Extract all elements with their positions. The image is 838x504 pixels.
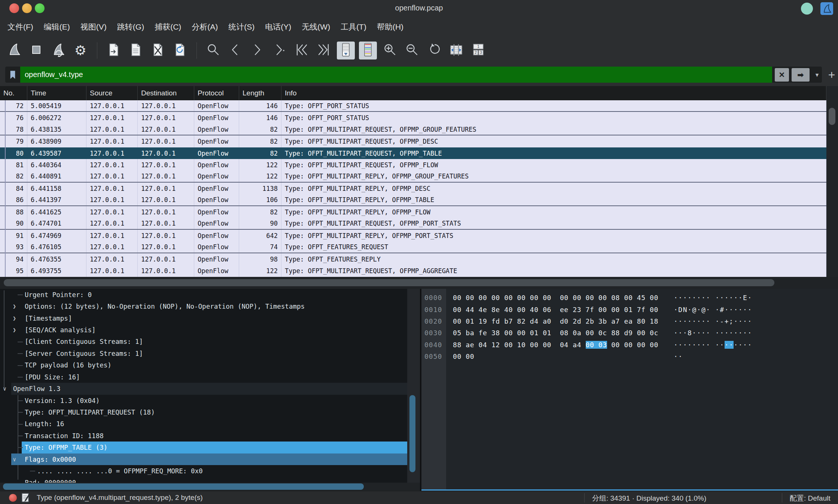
packet-row[interactable]: 946.476355127.0.0.1127.0.0.1OpenFlow98Ty…	[0, 253, 826, 265]
packet-row[interactable]: 806.439587127.0.0.1127.0.0.1OpenFlow82Ty…	[0, 147, 826, 159]
column-header-length[interactable]: Length	[239, 86, 281, 100]
hex-bytes[interactable]: 00 00	[453, 352, 474, 360]
column-header-protocol[interactable]: Protocol	[194, 86, 239, 100]
packet-row[interactable]: 826.440891127.0.0.1127.0.0.1OpenFlow122T…	[0, 171, 826, 183]
start-capture-button[interactable]	[5, 42, 23, 59]
layout-123-button[interactable]: 123	[469, 42, 487, 59]
hex-ascii[interactable]: ··	[674, 352, 683, 360]
filter-input-area[interactable]: openflow_v4.type	[20, 67, 772, 83]
packet-list-horizontal-scrollbar-thumb[interactable]	[4, 279, 774, 286]
packet-row[interactable]: 766.006272127.0.0.1127.0.0.1OpenFlow146T…	[0, 112, 826, 123]
detail-tree-row[interactable]: [Client Contiguous Streams: 1]	[0, 336, 420, 348]
go-to-packet-button[interactable]	[271, 42, 289, 59]
column-header-info[interactable]: Info	[281, 86, 826, 100]
hex-ascii[interactable]: ·DN·@·@· ·#······	[674, 306, 752, 314]
hex-row[interactable]: 001000 44 4e 8e 40 00 40 06 ee 23 7f 00 …	[421, 303, 838, 315]
detail-tree-row[interactable]: ❯Options: (12 bytes), No-Operation (NOP)…	[0, 300, 420, 312]
detail-tree-row[interactable]: ❯[SEQ/ACK analysis]	[0, 324, 420, 336]
menu-item-go[interactable]: 跳转(G)	[117, 22, 144, 32]
packet-row[interactable]: 886.441625127.0.0.1127.0.0.1OpenFlow82Ty…	[0, 206, 826, 218]
detail-tree-row[interactable]: Type: OFPMP_TABLE (3)	[0, 442, 420, 453]
packet-row[interactable]: 796.438909127.0.0.1127.0.0.1OpenFlow82Ty…	[0, 135, 826, 147]
menu-item-view[interactable]: 视图(V)	[80, 22, 107, 32]
detail-horizontal-scrollbar-thumb[interactable]	[3, 483, 364, 490]
hex-bytes[interactable]: 00 44 4e 8e 40 00 40 06 ee 23 7f 00 00 0…	[453, 306, 658, 314]
zoom-reset-button[interactable]	[425, 42, 443, 59]
capture-comment-icon[interactable]	[21, 493, 31, 504]
column-header-destination[interactable]: Destination	[138, 86, 194, 100]
hex-ascii[interactable]: ········ ········	[674, 341, 752, 349]
tray-status-dot-icon[interactable]	[801, 3, 813, 15]
packet-row[interactable]: 725.005419127.0.0.1127.0.0.1OpenFlow146T…	[0, 100, 826, 112]
open-file-button[interactable]	[105, 42, 123, 59]
hex-row[interactable]: 002000 01 19 fd b7 82 d4 a0 d0 2d 2b 3b …	[421, 315, 838, 327]
detail-tree-row[interactable]: TCP payload (16 bytes)	[0, 360, 420, 371]
zoom-out-button[interactable]	[403, 42, 421, 59]
menu-item-capture[interactable]: 捕获(C)	[155, 22, 181, 32]
packet-row[interactable]: 906.474701127.0.0.1127.0.0.1OpenFlow90Ty…	[0, 218, 826, 230]
packet-list-header[interactable]: No.TimeSourceDestinationProtocolLengthIn…	[0, 86, 838, 100]
resize-columns-button[interactable]	[447, 42, 465, 59]
restart-capture-button[interactable]	[49, 42, 67, 59]
column-header-source[interactable]: Source	[86, 86, 138, 100]
detail-tree-row[interactable]: [Server Contiguous Streams: 1]	[0, 348, 420, 359]
detail-tree-row[interactable]: Version: 1.3 (0x04)	[0, 395, 420, 406]
packet-row[interactable]: 786.438135127.0.0.1127.0.0.1OpenFlow82Ty…	[0, 124, 826, 135]
go-last-button[interactable]	[315, 42, 333, 59]
menu-item-help[interactable]: 帮助(H)	[377, 22, 403, 32]
status-profile[interactable]: 配置: Default	[790, 494, 831, 503]
filter-clear-button[interactable]: ✕	[775, 68, 789, 82]
packet-list-vertical-scrollbar-thumb[interactable]	[829, 108, 835, 125]
colorize-button[interactable]	[359, 42, 377, 59]
hex-ascii[interactable]: ···8···· ········	[674, 329, 752, 337]
zoom-in-button[interactable]	[381, 42, 399, 59]
hex-bytes[interactable]: 00 01 19 fd b7 82 d4 a0 d0 2d 2b 3b a7 e…	[453, 317, 658, 325]
filter-dropdown-chevron-icon[interactable]: ▾	[812, 68, 822, 82]
hex-row[interactable]: 004088 ae 04 12 00 10 00 00 04 a4 00 03 …	[421, 339, 838, 351]
detail-tree-row[interactable]: Type: OFPT_MULTIPART_REQUEST (18)	[0, 406, 420, 418]
detail-tree-row[interactable]: ∨Flags: 0x0000	[0, 453, 420, 465]
display-filter-field[interactable]: openflow_v4.type ✕ ➡ ▾	[5, 67, 822, 83]
packet-row[interactable]: 846.441158127.0.0.1127.0.0.1OpenFlow1138…	[0, 183, 826, 194]
filter-apply-button[interactable]: ➡	[792, 68, 810, 82]
auto-scroll-button[interactable]	[337, 42, 355, 59]
menu-item-telephony[interactable]: 电话(Y)	[265, 22, 291, 32]
detail-tree-row[interactable]: Transaction ID: 1188	[0, 430, 420, 442]
hex-row[interactable]: 003005 ba fe 38 00 00 01 01 08 0a 00 0c …	[421, 327, 838, 339]
detail-tree-row[interactable]: ❯[Timestamps]	[0, 312, 420, 324]
packet-row[interactable]: 866.441397127.0.0.1127.0.0.1OpenFlow106T…	[0, 195, 826, 206]
menu-item-wireless[interactable]: 无线(W)	[302, 22, 330, 32]
column-header-no[interactable]: No.	[0, 86, 27, 100]
detail-vertical-scrollbar-thumb[interactable]	[409, 395, 415, 472]
packet-row[interactable]: 816.440364127.0.0.1127.0.0.1OpenFlow122T…	[0, 159, 826, 171]
menu-item-file[interactable]: 文件(F)	[7, 22, 33, 32]
save-file-button[interactable]	[127, 42, 145, 59]
packet-row[interactable]: 956.493755127.0.0.1127.0.0.1OpenFlow122T…	[0, 265, 826, 277]
go-first-button[interactable]	[293, 42, 311, 59]
filter-add-button[interactable]: +	[825, 67, 838, 82]
column-header-time[interactable]: Time	[27, 86, 86, 100]
hex-row[interactable]: 005000 00··	[421, 351, 838, 362]
detail-tree-row[interactable]: Urgent Pointer: 0	[0, 289, 420, 300]
detail-tree-row[interactable]: ∨OpenFlow 1.3	[0, 383, 420, 394]
close-file-button[interactable]	[149, 42, 167, 59]
go-back-button[interactable]	[226, 42, 244, 59]
wireshark-tray-icon[interactable]	[820, 2, 833, 15]
expert-info-icon[interactable]	[9, 494, 17, 502]
menu-item-statistics[interactable]: 统计(S)	[228, 22, 255, 32]
menu-item-tools[interactable]: 工具(T)	[341, 22, 366, 32]
find-packet-button[interactable]	[204, 42, 222, 59]
detail-tree-row[interactable]: [PDU Size: 16]	[0, 371, 420, 383]
capture-options-button[interactable]: ⚙	[71, 42, 89, 59]
stop-capture-button[interactable]	[27, 42, 45, 59]
packet-row[interactable]: 916.474969127.0.0.1127.0.0.1OpenFlow642T…	[0, 230, 826, 241]
hex-bytes[interactable]: 88 ae 04 12 00 10 00 00 04 a4 00 03 00 0…	[453, 341, 658, 349]
hex-bytes[interactable]: 00 00 00 00 00 00 00 00 00 00 00 00 08 0…	[453, 294, 658, 302]
hex-bytes[interactable]: 05 ba fe 38 00 00 01 01 08 0a 00 0c 88 d…	[453, 329, 658, 337]
menu-item-analyze[interactable]: 分析(A)	[192, 22, 218, 32]
hex-ascii[interactable]: ········ ······E·	[674, 294, 752, 302]
detail-tree-row[interactable]: .... .... .... ...0 = OFPMPF_REQ_MORE: 0…	[0, 465, 420, 477]
hex-row[interactable]: 000000 00 00 00 00 00 00 00 00 00 00 00 …	[421, 292, 838, 303]
filter-bookmark-icon[interactable]	[5, 67, 20, 83]
detail-tree-row[interactable]: Length: 16	[0, 418, 420, 430]
